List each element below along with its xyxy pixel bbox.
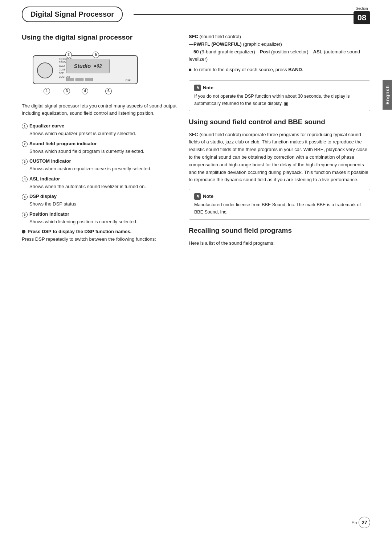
device-knob <box>37 62 53 78</box>
indicator-desc-6: Shows which listening position is curren… <box>22 218 178 225</box>
indicator-label-1: Equalizer curve <box>29 123 64 129</box>
asl-label: ASL <box>313 49 323 54</box>
section3-para: Here is a list of the sound field progra… <box>189 240 370 247</box>
indicator-title-6: 6 Position indicator <box>22 211 178 217</box>
footer: En 27 <box>0 517 392 528</box>
screen-text: Studio <box>74 63 91 69</box>
callout-6: 6 <box>105 88 112 94</box>
press-dsp-item: Press DSP to display the DSP function na… <box>22 229 178 243</box>
note-title-2: ✎ Note <box>194 193 365 200</box>
indicator-item-2: 2 Sound field program indicator Shows wh… <box>22 141 178 155</box>
page-title: Digital Signal Processor <box>22 7 123 22</box>
callout-1: 1 <box>44 88 50 94</box>
indicator-title-1: 1 Equalizer curve <box>22 123 178 129</box>
band-note: ■ To return to the display of each sourc… <box>189 66 370 74</box>
indicator-desc-2: Shows which sound field program is curre… <box>22 148 178 155</box>
section3-title: Recalling sound field programs <box>189 226 370 235</box>
indicator-desc-5: Shows the DSP status <box>22 200 178 208</box>
func-50: —50 (9-band graphic equalizer)—Posi (pos… <box>189 48 370 64</box>
device-btn-1 <box>66 78 74 81</box>
screen-value: ●02 <box>94 63 102 69</box>
indicator-title-5: 5 DSP display <box>22 194 178 200</box>
section2-title: Using sound field control and BBE sound <box>189 118 370 127</box>
indicator-desc-3: Shows when custom equalizer curve is pre… <box>22 165 178 172</box>
press-dsp-title: Press DSP to display the DSP function na… <box>22 229 178 234</box>
indicator-desc-1: Shows which equalizer preset is currentl… <box>22 130 178 137</box>
device-diagram: EQ CURVE STUDIO ● JAZZ CLUB BBE CUSTOM S… <box>22 49 152 96</box>
device-body: EQ CURVE STUDIO ● JAZZ CLUB BBE CUSTOM S… <box>33 55 138 84</box>
func-sfc: SFC (sound field control) <box>189 33 370 41</box>
indicator-list: 1 Equalizer curve Shows which equalizer … <box>22 123 178 225</box>
press-dsp-label: Press DSP to display the DSP function na… <box>28 229 131 234</box>
indicator-num-5: 5 <box>22 194 28 200</box>
header-line <box>134 14 370 15</box>
indicator-title-3: 3 CUSTOM indicator <box>22 158 178 164</box>
note-box-1: ✎ Note If you do not operate the DSP fun… <box>189 80 370 111</box>
note-title-1: ✎ Note <box>194 84 365 91</box>
section-label: Section <box>354 7 370 11</box>
right-column: SFC (sound field control) —PWRFL (POWERF… <box>189 33 370 252</box>
sfc-label: SFC <box>189 34 198 39</box>
section2-para: SFC (sound field control) incorporate th… <box>189 131 370 184</box>
callout-3: 3 <box>64 88 70 94</box>
note-icon-1: ✎ <box>194 85 201 91</box>
note-icon-2: ✎ <box>194 193 201 200</box>
indicator-desc-4: Shows when the automatic sound levelizer… <box>22 183 178 190</box>
indicator-item-1: 1 Equalizer curve Shows which equalizer … <box>22 123 178 137</box>
note-text-2: Manufactured under license from BBE Soun… <box>194 202 361 214</box>
note-label-2: Note <box>203 193 213 200</box>
device-btn-3 <box>85 78 93 81</box>
indicator-num-6: 6 <box>22 212 28 217</box>
indicator-label-4: ASL indicator <box>29 176 60 182</box>
header-bar: Digital Signal Processor <box>0 0 392 22</box>
indicator-label-6: Position indicator <box>29 211 69 217</box>
indicator-item-6: 6 Position indicator Shows which listeni… <box>22 211 178 225</box>
left-section-title: Using the digital signal processor <box>22 33 178 42</box>
note-box-2: ✎ Note Manufactured under license from B… <box>189 189 370 220</box>
note-label-1: Note <box>203 84 213 91</box>
indicator-title-2: 2 Sound field program indicator <box>22 141 178 147</box>
indicator-num-2: 2 <box>22 141 28 147</box>
press-dsp-desc: Press DSP repeatedly to switch between t… <box>22 236 178 243</box>
indicator-item-3: 3 CUSTOM indicator Shows when custom equ… <box>22 158 178 172</box>
left-description: The digital signal processor lets you co… <box>22 102 178 118</box>
english-tab: English <box>383 80 392 110</box>
50-label: 50 <box>193 49 199 54</box>
device-buttons <box>66 78 93 81</box>
note-text-1: If you do not operate the DSP function w… <box>194 94 350 106</box>
indicator-item-5: 5 DSP display Shows the DSP status <box>22 194 178 208</box>
indicator-num-1: 1 <box>22 123 28 129</box>
callout-2: 2 <box>65 52 72 58</box>
page: Section 08 English Digital Signal Proces… <box>0 0 392 537</box>
band-label: BAND <box>288 67 302 72</box>
device-screen: Studio ●02 <box>66 59 110 73</box>
posi-label: Posi <box>260 49 270 54</box>
right-functions: SFC (sound field control) —PWRFL (POWERF… <box>189 33 370 74</box>
bullet-dot <box>22 230 25 233</box>
section-badge: Section 08 <box>354 7 370 24</box>
indicator-num-3: 3 <box>22 159 28 164</box>
indicator-label-2: Sound field program indicator <box>29 141 97 146</box>
device-btn-2 <box>75 78 83 81</box>
footer-en-label: En <box>351 520 357 525</box>
indicator-num-4: 4 <box>22 176 28 182</box>
indicator-title-4: 4 ASL indicator <box>22 176 178 182</box>
indicator-label-5: DSP display <box>29 194 57 199</box>
callout-4: 4 <box>82 88 88 94</box>
footer-page: En 27 <box>351 517 370 528</box>
left-column: Using the digital signal processor EQ CU… <box>22 33 178 252</box>
section-number: 08 <box>354 11 370 24</box>
func-pwrfl: —PWRFL (POWERFUL) (graphic equalizer) <box>189 41 370 48</box>
callout-5: 5 <box>93 52 99 58</box>
indicator-item-4: 4 ASL indicator Shows when the automatic… <box>22 176 178 190</box>
footer-page-number: 27 <box>359 517 370 528</box>
pwrfl-label: PWRFL (POWERFUL) <box>193 41 242 47</box>
indicator-label-3: CUSTOM indicator <box>29 158 71 164</box>
device-dsp-label: DSP <box>126 79 131 82</box>
main-content: Using the digital signal processor EQ CU… <box>0 22 392 267</box>
